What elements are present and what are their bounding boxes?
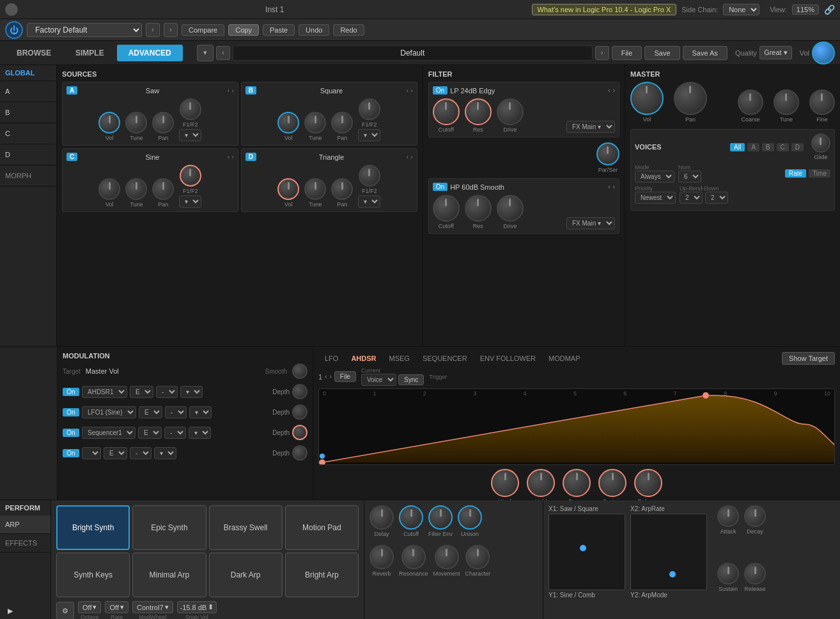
filter1-drive-knob[interactable] [497,98,524,125]
master-coarse-knob[interactable] [738,89,763,115]
resonance-knob[interactable] [401,545,426,569]
global-item-b[interactable]: B [0,102,56,123]
source-a-f1f2-knob[interactable] [180,98,201,120]
source-d-prev[interactable]: ‹ [407,154,408,160]
compare-btn[interactable]: Compare [182,24,224,36]
xy-pad-2[interactable] [630,514,707,590]
hold-knob[interactable] [527,469,555,497]
global-item-morph[interactable]: MORPH [0,165,56,187]
voices-c-btn[interactable]: C [777,143,789,151]
xy-attack-knob[interactable] [717,505,739,527]
mod1-extra-select[interactable]: ▾ [180,386,203,398]
time-btn[interactable]: Time [809,169,830,178]
mode-select[interactable]: Always [635,171,674,183]
xy-release-knob[interactable] [744,563,766,585]
mod4-depth-knob[interactable] [292,445,307,461]
tab-sequencer[interactable]: SEQUENCER [416,353,474,363]
mod4-extra-select[interactable]: ▾ [154,447,176,459]
tab-modmap[interactable]: MODMAP [542,353,587,363]
source-d-fx-select[interactable]: ▾ [358,195,380,208]
mod4-on-btn[interactable]: On [63,449,79,457]
mod4-e-select[interactable]: E [104,447,127,459]
pad-dark-arp[interactable]: Dark Arp [209,553,283,597]
side-chain-select[interactable]: None [723,4,759,15]
mod1-depth-knob[interactable] [292,384,307,399]
mod2-dash-select[interactable]: - [165,406,187,418]
tab-env-follower[interactable]: ENV FOLLOWER [474,353,542,363]
filter1-prev[interactable]: ‹ [608,87,610,94]
reverb-knob[interactable] [369,545,394,569]
filter1-on-btn[interactable]: On [433,86,447,95]
undo-btn[interactable]: Undo [299,24,329,36]
master-tune-knob[interactable] [774,89,799,115]
filter2-next[interactable]: › [613,183,615,190]
mod3-source-select[interactable]: Sequencer1 [82,427,136,439]
source-a-pan-knob[interactable] [152,112,174,134]
sync-btn[interactable]: Sync [398,374,424,385]
pad-bright-synth[interactable]: Bright Synth [56,505,130,550]
source-b-f1f2-knob[interactable] [359,98,380,120]
mod2-source-select[interactable]: LFO1 (Sine) [82,406,136,418]
pad-bright-arp[interactable]: Bright Arp [285,553,359,597]
source-c-f1f2-knob[interactable] [180,165,201,187]
tab-simple[interactable]: SIMPLE [64,45,116,61]
source-c-vol-knob[interactable] [98,178,120,200]
pad-minimal-arp[interactable]: Minimal Arp [132,553,206,597]
next-preset-btn[interactable]: › [164,23,178,37]
mod4-dash-select[interactable]: - [130,447,152,459]
global-item-c[interactable]: C [0,123,56,144]
character-knob[interactable] [465,545,490,569]
filter1-res-knob[interactable] [465,98,492,125]
xy-sustain-knob[interactable] [717,563,739,585]
source-d-pan-knob[interactable] [331,178,353,200]
settings-btn[interactable]: ⚙ [56,602,74,619]
global-item-a[interactable]: A [0,81,56,102]
logic-info-btn[interactable]: What's new in Logic Pro 10.4 - Logic Pro… [532,4,677,15]
file-btn[interactable]: File [612,46,642,60]
mod2-e-select[interactable]: E [139,406,162,418]
source-b-fx-select[interactable]: ▾ [358,129,380,141]
mod2-extra-select[interactable]: ▾ [189,406,212,418]
tab-mseg[interactable]: MSEG [383,353,416,363]
source-a-fx-select[interactable]: ▾ [179,129,201,141]
source-d-vol-knob[interactable] [277,178,299,200]
cutoff-knob[interactable] [399,505,423,530]
delay-knob[interactable] [369,505,394,530]
pad-synth-keys[interactable]: Synth Keys [56,553,130,597]
rate-btn[interactable]: Rate [785,169,806,178]
filter2-fx-select[interactable]: FX Main ▾ [566,217,615,229]
quality-select[interactable]: Great ▾ [759,46,792,59]
mod3-dash-select[interactable]: - [164,427,186,439]
source-b-next[interactable]: › [411,88,413,94]
glide-knob[interactable] [811,134,830,153]
xy-decay-knob[interactable] [744,505,766,527]
voices-a-btn[interactable]: A [747,143,759,151]
source-b-tune-knob[interactable] [304,112,326,134]
paste-btn[interactable]: Paste [263,24,295,36]
master-fine-knob[interactable] [809,89,835,115]
filter1-next[interactable]: › [613,87,615,94]
release-knob[interactable] [634,469,662,497]
filter2-prev[interactable]: ‹ [608,183,610,190]
voices-all-btn[interactable]: All [730,143,745,151]
source-a-next[interactable]: › [232,88,234,94]
filter2-res-knob[interactable] [465,195,492,222]
source-a-prev[interactable]: ‹ [228,88,229,94]
prev-preset-btn[interactable]: ‹ [146,23,160,37]
mod4-source-select[interactable] [82,447,101,459]
pad-epic-synth[interactable]: Epic Synth [132,505,206,550]
voice-select[interactable]: Voice [361,374,396,386]
num-select[interactable]: 6 [678,171,701,183]
mod2-depth-knob[interactable] [292,404,307,420]
tab-lfo[interactable]: LFO [318,353,345,363]
parser-knob[interactable] [596,142,619,165]
filter1-fx-select[interactable]: FX Main ▾ [566,121,615,133]
down-select[interactable]: 2 [705,192,728,204]
filter2-on-btn[interactable]: On [433,183,447,191]
mod1-source-select[interactable]: AHDSR1 [82,386,127,398]
source-c-next[interactable]: › [232,154,234,160]
vol-knob[interactable] [812,42,835,65]
smooth-knob[interactable] [292,363,307,379]
filter2-cutoff-knob[interactable] [433,195,460,222]
movement-knob[interactable] [435,545,459,569]
